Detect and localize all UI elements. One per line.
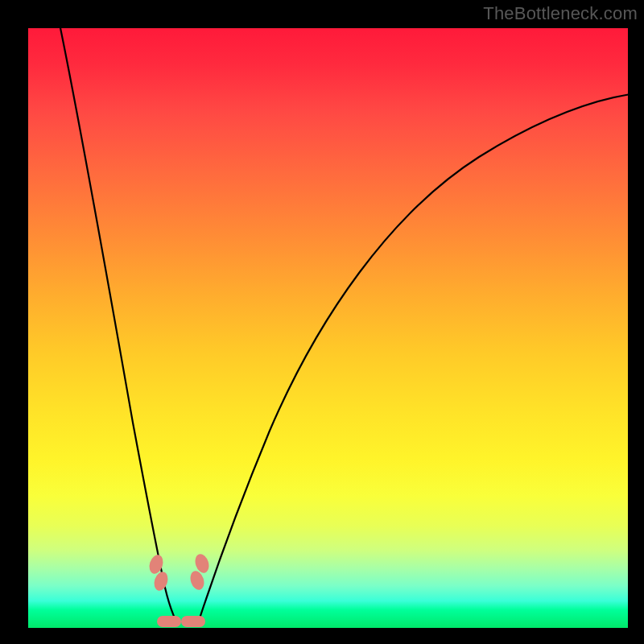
chart-frame: TheBottleneck.com	[0, 0, 644, 644]
bottleneck-curve-left	[59, 20, 175, 620]
bottleneck-curve-right	[199, 94, 630, 621]
plot-area	[28, 28, 628, 628]
watermark-text: TheBottleneck.com	[483, 3, 638, 24]
curve-marker-bottom	[181, 616, 205, 627]
curve-marker-bottom	[157, 616, 181, 627]
chart-svg	[28, 28, 628, 628]
